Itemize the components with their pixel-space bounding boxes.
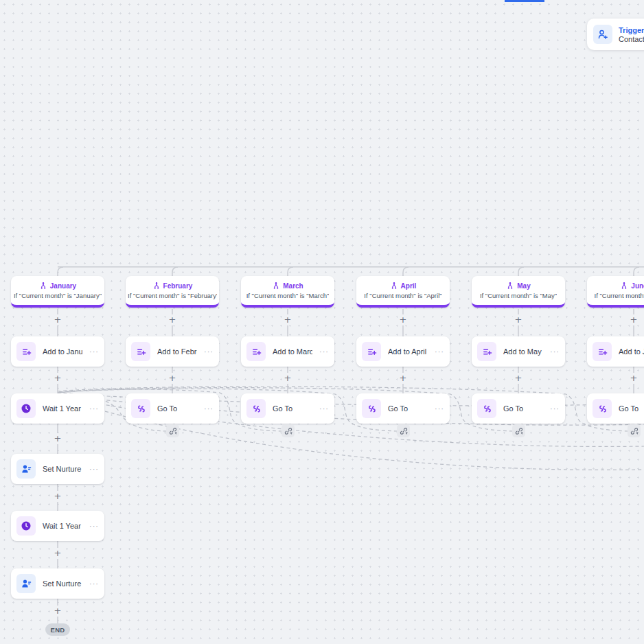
split-branch-icon (152, 281, 161, 290)
branch-month-label: April (401, 282, 417, 290)
action-node-label: Add to February Workflow (157, 347, 197, 356)
branch-node-january[interactable]: January If "Current month" is "January" (11, 276, 104, 308)
action-node-add-to-may-workflow[interactable]: Add to May Workflow ··· (472, 336, 565, 367)
top-accent-bar (505, 0, 544, 2)
node-menu-button[interactable]: ··· (89, 404, 99, 413)
goto-link-anchor-icon[interactable] (512, 424, 525, 437)
goto-steps-icon (131, 399, 150, 418)
split-branch-icon (620, 281, 628, 290)
list-plus-icon (131, 342, 150, 361)
add-step-button[interactable]: + (167, 314, 178, 325)
set-nurture-node-label: Set Nurture Year To 2 (43, 465, 82, 473)
action-node-add-to-june-workflow[interactable]: Add to June Workflow ··· (587, 336, 644, 367)
contact-add-icon (593, 25, 612, 44)
add-step-button[interactable]: + (628, 314, 639, 325)
add-step-button[interactable]: + (398, 373, 409, 384)
add-step-button[interactable]: + (52, 314, 63, 325)
clock-icon (16, 399, 36, 418)
wait-node[interactable]: Wait 1 Year ··· (11, 511, 104, 541)
node-menu-button[interactable]: ··· (204, 404, 214, 413)
add-step-button[interactable]: + (282, 314, 293, 325)
branch-month-label: February (163, 282, 193, 290)
trigger-node[interactable]: Trigger Contact (587, 19, 644, 50)
contact-update-icon (16, 574, 36, 593)
node-menu-button[interactable]: ··· (89, 465, 99, 473)
goto-link-anchor-icon[interactable] (281, 424, 295, 437)
node-menu-button[interactable]: ··· (89, 522, 99, 530)
goto-node-label: Go To (503, 404, 543, 413)
action-node-add-to-february-workflow[interactable]: Add to February Workflow ··· (126, 336, 219, 367)
goto-node[interactable]: Go To ··· (587, 393, 644, 424)
set-nurture-year-3-node[interactable]: Set Nurture Year to 3 ··· (11, 568, 104, 599)
node-menu-button[interactable]: ··· (319, 347, 329, 356)
add-step-button[interactable]: + (513, 314, 524, 325)
branch-condition: If "Current month" is "January" (14, 292, 102, 299)
goto-link-anchor-icon[interactable] (628, 424, 641, 437)
list-plus-icon (362, 342, 381, 361)
goto-node-label: Go To (157, 404, 197, 413)
add-step-button[interactable]: + (513, 373, 524, 384)
branch-month-label: May (517, 282, 530, 290)
branch-node-april[interactable]: April If "Current month" is "April" (356, 276, 450, 308)
goto-link-anchor-icon[interactable] (166, 424, 179, 437)
branch-month-label: March (283, 282, 303, 290)
node-menu-button[interactable]: ··· (550, 347, 560, 356)
goto-link-anchor-icon[interactable] (397, 424, 410, 437)
add-step-button[interactable]: + (52, 491, 63, 502)
end-badge: END (45, 623, 70, 636)
action-node-add-to-april-workflow[interactable]: Add to April Workflow ··· (356, 336, 450, 367)
set-nurture-node-label: Set Nurture Year to 3 (43, 579, 82, 588)
connector-lines (0, 0, 644, 644)
branch-condition: If "Current month" is "May" (480, 292, 557, 299)
goto-node[interactable]: Go To ··· (472, 393, 565, 424)
branch-node-march[interactable]: March If "Current month" is "March" (241, 276, 334, 308)
workflow-canvas[interactable]: { "ui": { "plus": "+", "dots": "\u00b7\u… (0, 0, 644, 644)
goto-node-label: Go To (619, 404, 644, 413)
node-menu-button[interactable]: ··· (550, 404, 560, 413)
split-branch-icon (506, 281, 514, 290)
add-step-button[interactable]: + (52, 373, 63, 384)
node-menu-button[interactable]: ··· (435, 404, 444, 413)
goto-node[interactable]: Go To ··· (356, 393, 450, 424)
set-nurture-year-2-node[interactable]: Set Nurture Year To 2 ··· (11, 454, 104, 484)
trigger-title: Trigger (619, 26, 644, 34)
branch-node-february[interactable]: February If "Current month" is "February… (126, 276, 219, 308)
goto-node-label: Go To (388, 404, 428, 413)
branch-node-june[interactable]: June If "Current month" is "June" (587, 276, 644, 308)
branch-node-may[interactable]: May If "Current month" is "May" (472, 276, 565, 308)
node-menu-button[interactable]: ··· (89, 579, 99, 588)
trigger-subtitle: Contact (619, 35, 644, 43)
add-step-button[interactable]: + (167, 373, 178, 384)
list-plus-icon (477, 342, 496, 361)
node-menu-button[interactable]: ··· (204, 347, 214, 356)
action-node-label: Add to May Workflow (503, 347, 543, 356)
goto-steps-icon (593, 399, 612, 418)
goto-steps-icon (477, 399, 496, 418)
goto-node-label: Go To (273, 404, 312, 413)
branch-condition: If "Current month" is "June" (595, 292, 644, 299)
node-menu-button[interactable]: ··· (89, 347, 99, 356)
action-node-add-to-march-workflow[interactable]: Add to March Workflow ··· (241, 336, 334, 367)
action-node-label: Add to April Workflow (388, 347, 428, 356)
goto-node[interactable]: Go To ··· (126, 393, 219, 424)
wait-node[interactable]: Wait 1 Year ··· (11, 393, 104, 424)
branch-month-label: January (50, 282, 76, 290)
goto-node[interactable]: Go To ··· (241, 393, 334, 424)
action-node-label: Add to June Workflow (619, 347, 644, 356)
add-step-button[interactable]: + (52, 606, 63, 617)
action-node-add-to-january-workflow[interactable]: Add to January Workflow ··· (11, 336, 104, 367)
clock-icon (16, 516, 36, 536)
branch-condition: If "Current month" is "February" (128, 292, 217, 299)
list-plus-icon (16, 342, 36, 361)
add-step-button[interactable]: + (398, 314, 409, 325)
wait-node-label: Wait 1 Year (43, 522, 82, 530)
goto-steps-icon (362, 399, 381, 418)
add-step-button[interactable]: + (52, 548, 63, 559)
node-menu-button[interactable]: ··· (435, 347, 444, 356)
contact-update-icon (16, 459, 36, 479)
add-step-button[interactable]: + (628, 373, 639, 384)
node-menu-button[interactable]: ··· (319, 404, 329, 413)
add-step-button[interactable]: + (282, 373, 293, 384)
add-step-button[interactable]: + (52, 433, 63, 444)
split-branch-icon (39, 281, 47, 290)
